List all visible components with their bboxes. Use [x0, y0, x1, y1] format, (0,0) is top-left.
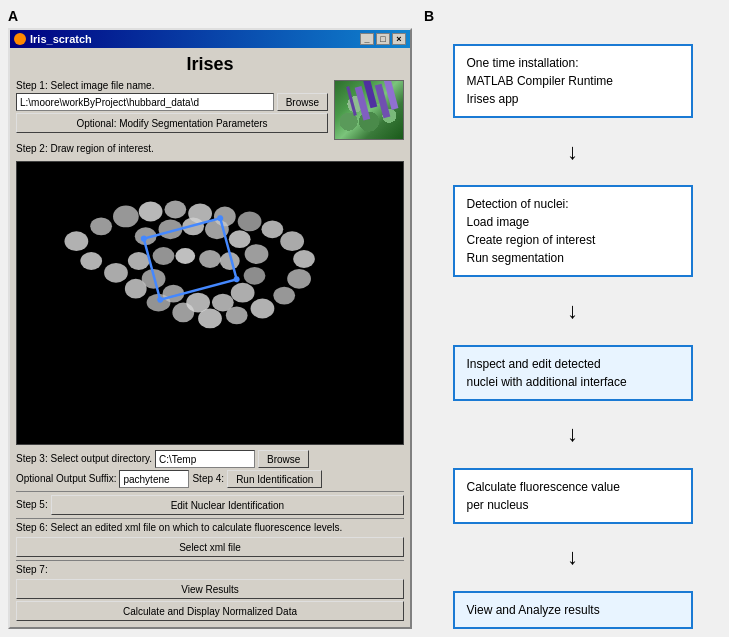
app-window: Iris_scratch _ □ × Irises Step 1: Select…	[8, 28, 412, 629]
step7-row: Step 7:	[16, 564, 404, 577]
svg-point-11	[287, 269, 311, 289]
svg-point-7	[238, 211, 262, 231]
browse3-button[interactable]: Browse	[258, 450, 309, 468]
svg-point-9	[280, 231, 304, 251]
step4-row: Optional Output Suffix: Step 4: Run Iden…	[16, 470, 404, 488]
window-body: Irises Step 1: Select image file name. B…	[10, 48, 410, 627]
step7-label: Step 7:	[16, 564, 48, 575]
close-button[interactable]: ×	[392, 33, 406, 45]
flow-box2-line2: Load image	[467, 215, 530, 229]
panel-b: B One time installation: MATLAB Compiler…	[420, 0, 729, 637]
panel-a-label: A	[8, 8, 412, 24]
flow-box2-line1: Detection of nuclei:	[467, 197, 569, 211]
app-title: Irises	[16, 54, 404, 75]
svg-point-26	[245, 244, 269, 264]
flow-box-inspect: Inspect and edit detected nuclei with ad…	[453, 345, 693, 401]
svg-point-1	[90, 217, 112, 235]
titlebar-title-group: Iris_scratch	[14, 33, 92, 45]
output-section: Step 3: Select output directory. Browse …	[16, 450, 404, 621]
nuclei-svg	[17, 162, 403, 355]
file-path-input[interactable]	[16, 93, 274, 111]
svg-point-29	[212, 294, 234, 312]
panel-a: A Iris_scratch _ □ × Irises Step 1: Sele…	[0, 0, 420, 637]
svg-point-37	[153, 247, 175, 265]
run-id-button[interactable]: Run Identification	[227, 470, 322, 488]
flow-box-detection: Detection of nuclei: Load image Create r…	[453, 185, 693, 277]
window-titlebar: Iris_scratch _ □ ×	[10, 30, 410, 48]
svg-point-20	[80, 252, 102, 270]
flow-box2-text: Detection of nuclei: Load image Create r…	[467, 197, 596, 265]
header-left: Step 1: Select image file name. Browse O…	[16, 80, 328, 135]
flow-box1-text: One time installation: MATLAB Compiler R…	[467, 56, 613, 106]
titlebar-buttons: _ □ ×	[360, 33, 406, 45]
header-row: Step 1: Select image file name. Browse O…	[16, 80, 404, 140]
step5-row: Step 5: Edit Nuclear Identification	[16, 495, 404, 515]
svg-point-30	[186, 293, 210, 313]
view-results-button[interactable]: View Results	[16, 579, 404, 599]
flow-box2-line4: Run segmentation	[467, 251, 564, 265]
select-xml-button[interactable]: Select xml file	[16, 537, 404, 557]
output-suffix-label: Optional Output Suffix:	[16, 473, 116, 484]
svg-point-19	[104, 263, 128, 283]
svg-point-35	[199, 250, 221, 268]
app-icon	[14, 33, 26, 45]
flow-box-installation: One time installation: MATLAB Compiler R…	[453, 44, 693, 118]
optional-seg-button[interactable]: Optional: Modify Segmentation Parameters	[16, 113, 328, 133]
minimize-button[interactable]: _	[360, 33, 374, 45]
flow-box4-text: Calculate fluorescence value per nucleus	[467, 480, 620, 512]
step3-label: Step 3: Select output directory.	[16, 453, 152, 464]
output-suffix-input[interactable]	[119, 470, 189, 488]
arrow1: ↓	[567, 141, 578, 163]
flow-box1-line2: MATLAB Compiler Runtime	[467, 74, 613, 88]
separator2	[16, 518, 404, 519]
flowchart: One time installation: MATLAB Compiler R…	[424, 28, 721, 629]
svg-point-13	[251, 299, 275, 319]
window-title: Iris_scratch	[30, 33, 92, 45]
step3-row: Step 3: Select output directory. Browse	[16, 450, 404, 468]
svg-point-28	[231, 283, 255, 303]
separator1	[16, 491, 404, 492]
svg-point-4	[164, 201, 186, 219]
flow-box3-line2: nuclei with additional interface	[467, 375, 627, 389]
step2-label: Step 2: Draw region of interest.	[16, 143, 404, 154]
svg-point-12	[273, 287, 295, 305]
step5-label: Step 5:	[16, 499, 48, 510]
separator3	[16, 560, 404, 561]
calc-normalized-button[interactable]: Calculate and Display Normalized Data	[16, 601, 404, 621]
optional-seg-row: Optional: Modify Segmentation Parameters	[16, 113, 328, 133]
flow-box1-line1: One time installation:	[467, 56, 579, 70]
flow-box3-line1: Inspect and edit detected	[467, 357, 601, 371]
flow-box1-line3: Irises app	[467, 92, 519, 106]
output-dir-input[interactable]	[155, 450, 255, 468]
maximize-button[interactable]: □	[376, 33, 390, 45]
step4-label: Step 4:	[192, 473, 224, 484]
flow-box2-line3: Create region of interest	[467, 233, 596, 247]
flow-box4-line2: per nucleus	[467, 498, 529, 512]
step1-label: Step 1: Select image file name.	[16, 80, 328, 91]
iris-thumbnail	[334, 80, 404, 140]
flow-box5-text: View and Analyze results	[467, 603, 600, 617]
arrow4: ↓	[567, 546, 578, 568]
svg-point-42	[233, 276, 240, 283]
svg-point-25	[229, 230, 251, 248]
panel-b-label: B	[424, 8, 721, 24]
flow-box3-text: Inspect and edit detected nuclei with ad…	[467, 357, 627, 389]
svg-point-10	[293, 250, 315, 268]
browse1-button[interactable]: Browse	[277, 93, 328, 111]
svg-point-34	[175, 248, 195, 264]
svg-point-0	[65, 231, 89, 251]
svg-point-8	[261, 220, 283, 238]
svg-point-27	[244, 267, 266, 285]
flow-box4-line1: Calculate fluorescence value	[467, 480, 620, 494]
step1-input-row: Browse	[16, 93, 328, 111]
flow-box-calculate: Calculate fluorescence value per nucleus	[453, 468, 693, 524]
svg-point-3	[139, 202, 163, 222]
svg-point-33	[128, 252, 150, 270]
step6-label: Step 6: Select an edited xml file on whi…	[16, 522, 404, 533]
microscopy-image[interactable]	[16, 161, 404, 445]
arrow2: ↓	[567, 300, 578, 322]
edit-nuclear-button[interactable]: Edit Nuclear Identification	[51, 495, 404, 515]
flow-box-results: View and Analyze results	[453, 591, 693, 629]
arrow3: ↓	[567, 423, 578, 445]
svg-point-2	[113, 206, 139, 228]
